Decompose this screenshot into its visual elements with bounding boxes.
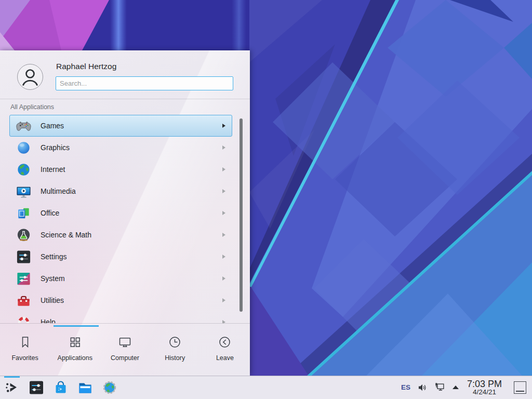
category-settings[interactable]: Settings — [9, 246, 232, 268]
list-scrollbar[interactable] — [240, 118, 243, 312]
launcher-footer: Favorites Applications C — [0, 323, 250, 376]
clock-date: 4/24/21 — [467, 389, 502, 396]
category-system[interactable]: System — [9, 268, 232, 289]
digital-clock[interactable]: 7:03 PM 4/24/21 — [467, 379, 502, 396]
system-settings-button[interactable] — [28, 379, 45, 396]
submenu-arrow-icon — [222, 233, 225, 237]
user-avatar[interactable] — [17, 64, 43, 90]
lifebuoy-icon — [16, 314, 32, 324]
submenu-arrow-icon — [222, 211, 225, 215]
submenu-arrow-icon — [222, 124, 225, 128]
category-graphics[interactable]: Graphics — [9, 137, 232, 158]
clock-icon — [167, 335, 182, 350]
category-list: Games Graphics — [9, 115, 232, 323]
keyboard-layout-indicator[interactable]: ES — [401, 383, 410, 391]
show-desktop-button[interactable] — [514, 381, 526, 394]
category-science-math[interactable]: Science & Math — [9, 224, 232, 246]
toolbox-icon — [16, 292, 32, 309]
volume-icon[interactable] — [417, 382, 428, 393]
tab-computer[interactable]: Computer — [100, 335, 150, 362]
tab-favorites[interactable]: Favorites — [0, 335, 50, 362]
discover-button[interactable] — [52, 379, 69, 396]
category-multimedia[interactable]: Multimedia — [9, 180, 232, 202]
category-games[interactable]: Games — [9, 115, 232, 137]
system-sliders-icon — [16, 271, 32, 287]
flask-icon — [16, 227, 32, 243]
user-name: Raphael Hertzog — [56, 62, 116, 71]
category-utilities[interactable]: Utilities — [9, 289, 232, 311]
sliders-icon — [16, 249, 32, 265]
grid-icon — [68, 335, 83, 350]
submenu-arrow-icon — [222, 255, 225, 259]
section-label: All Applications — [10, 103, 54, 111]
submenu-arrow-icon — [222, 189, 225, 193]
category-office[interactable]: Office — [9, 202, 232, 224]
taskbar-panel: ES 7:03 PM 4/24/21 — [0, 376, 532, 399]
submenu-arrow-icon — [222, 276, 225, 281]
category-internet[interactable]: Internet — [9, 158, 232, 180]
system-tray: ES 7:03 PM 4/24/21 — [401, 379, 526, 396]
media-screen-icon — [16, 183, 32, 200]
submenu-arrow-icon — [222, 167, 225, 171]
globe-icon — [16, 162, 32, 178]
network-icon[interactable] — [434, 382, 446, 393]
category-help[interactable]: Help — [9, 311, 232, 323]
kde-launcher-icon — [4, 379, 20, 396]
expand-tray-icon[interactable] — [453, 385, 459, 389]
app-launcher-button[interactable] — [4, 379, 20, 396]
folder-icon — [77, 379, 94, 396]
tab-history[interactable]: History — [150, 335, 200, 362]
documents-icon — [16, 205, 32, 221]
active-tab-indicator — [54, 325, 99, 327]
clock-time: 7:03 PM — [467, 379, 502, 389]
shopping-bag-icon — [52, 379, 69, 396]
tab-leave[interactable]: Leave — [200, 335, 250, 362]
file-manager-button[interactable] — [77, 379, 94, 396]
sliders-icon — [28, 379, 45, 396]
application-launcher-menu: Raphael Hertzog All Applications Games — [0, 50, 250, 376]
submenu-arrow-icon — [222, 145, 225, 150]
paint-ball-icon — [16, 140, 32, 156]
active-task-indicator — [4, 376, 20, 378]
globe-gear-icon — [101, 379, 118, 396]
monitor-icon — [117, 335, 132, 350]
submenu-arrow-icon — [222, 298, 225, 302]
leave-circle-icon — [217, 335, 232, 350]
tab-applications[interactable]: Applications — [50, 335, 100, 362]
search-input[interactable] — [56, 76, 233, 90]
web-browser-button[interactable] — [101, 379, 118, 396]
header-separator — [0, 99, 250, 99]
gamepad-icon — [16, 118, 32, 134]
bookmark-icon — [18, 335, 33, 350]
